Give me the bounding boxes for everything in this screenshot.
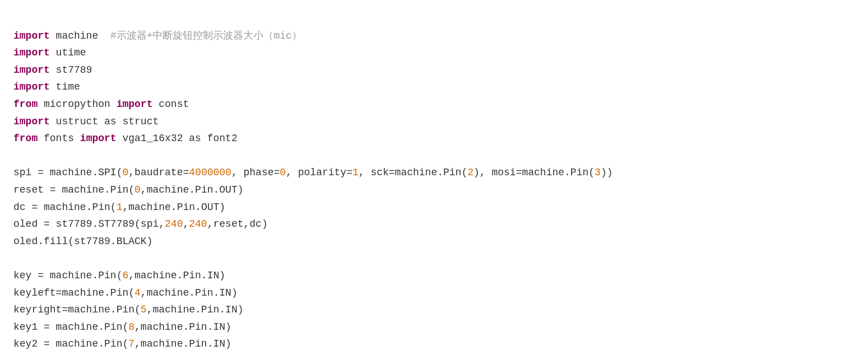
code-line: key1 = machine.Pin(8,machine.Pin.IN) — [13, 319, 855, 336]
token-kw-import-inline: import — [117, 99, 153, 110]
token-normal: const — [152, 99, 189, 110]
token-normal: keyleft=machine.Pin( — [13, 287, 134, 298]
token-normal: ,reset,dc) — [207, 218, 268, 230]
code-line: from fonts import vga1_16x32 as font2 — [13, 130, 855, 147]
token-number: 5 — [141, 304, 147, 315]
token-comment: #示波器+中断旋钮控制示波器大小（mic） — [110, 30, 302, 41]
token-normal: ,machine.Pin.IN) — [128, 270, 225, 281]
token-normal: ,machine.Pin.OUT) — [122, 202, 225, 213]
token-kw-as: as — [189, 133, 201, 144]
token-normal: ustruct — [50, 116, 104, 127]
token-number: 7 — [128, 338, 134, 349]
token-normal: )) — [601, 167, 613, 178]
blank-line — [13, 250, 855, 267]
code-line: import time — [13, 78, 855, 96]
token-normal: machine — [50, 30, 110, 41]
token-normal: , sck=machine.Pin( — [359, 167, 467, 178]
token-normal: oled = st7789.ST7789(spi, — [13, 218, 165, 230]
token-normal: utime — [50, 47, 86, 58]
code-line: import utime — [13, 44, 855, 62]
token-kw-import: import — [13, 81, 50, 92]
token-kw-import: import — [13, 47, 50, 58]
token-normal: , — [183, 218, 189, 230]
code-line: import ustruct as struct — [13, 113, 855, 130]
token-number: 240 — [189, 218, 207, 230]
code-line: key2 = machine.Pin(7,machine.Pin.IN) — [13, 335, 855, 353]
token-normal: oled.fill(st7789.BLACK) — [13, 236, 152, 247]
token-normal: time — [50, 81, 80, 92]
code-line: oled.fill(st7789.BLACK) — [13, 233, 855, 250]
token-normal: micropython — [38, 99, 116, 110]
token-normal: key2 = machine.Pin( — [13, 338, 128, 349]
token-kw-import: import — [13, 30, 50, 41]
token-normal: ,machine.Pin.OUT) — [141, 184, 244, 195]
token-kw-import: import — [13, 116, 50, 127]
token-normal: font2 — [201, 133, 238, 144]
code-line: dc = machine.Pin(1,machine.Pin.OUT) — [13, 199, 855, 216]
token-normal: ,machine.Pin.IN) — [147, 304, 244, 315]
token-number: 8 — [128, 321, 134, 333]
token-normal: key1 = machine.Pin( — [13, 321, 128, 333]
token-kw-from: from — [13, 133, 38, 144]
token-number: 0 — [280, 167, 286, 178]
code-line: import machine #示波器+中断旋钮控制示波器大小（mic） — [13, 27, 855, 45]
blank-line — [13, 147, 855, 165]
token-number: 2 — [467, 167, 474, 178]
token-normal: reset = machine.Pin( — [13, 184, 134, 195]
token-normal: fonts — [38, 133, 80, 144]
token-number: 4 — [134, 287, 141, 298]
token-kw-as: as — [104, 116, 117, 127]
token-normal: ,machine.Pin.IN) — [134, 338, 231, 349]
token-normal: ), mosi=machine.Pin( — [474, 167, 595, 178]
token-number: 240 — [165, 218, 183, 230]
token-normal: key = machine.Pin( — [13, 270, 122, 281]
code-line: import st7789 — [13, 62, 855, 79]
code-line: from micropython import const — [13, 96, 855, 113]
token-normal: , phase= — [231, 167, 280, 178]
token-kw-import-inline: import — [80, 133, 117, 144]
code-line: reset = machine.Pin(0,machine.Pin.OUT) — [13, 181, 855, 199]
token-number: 6 — [122, 270, 128, 281]
token-normal: st7789 — [50, 64, 92, 76]
token-normal: ,machine.Pin.IN) — [141, 287, 238, 298]
token-number: 1 — [117, 202, 123, 213]
token-number: 1 — [352, 167, 359, 178]
code-line: key = machine.Pin(6,machine.Pin.IN) — [13, 267, 855, 284]
token-number: 0 — [122, 167, 128, 178]
code-line: spi = machine.SPI(0,baudrate=4000000, ph… — [13, 164, 855, 181]
token-number: 3 — [595, 167, 601, 178]
code-line: oled = st7789.ST7789(spi,240,240,reset,d… — [13, 216, 855, 233]
token-normal: ,baudrate= — [128, 167, 189, 178]
code-line: keyright=machine.Pin(5,machine.Pin.IN) — [13, 301, 855, 319]
token-normal: dc = machine.Pin( — [13, 202, 117, 213]
token-number: 4000000 — [189, 167, 231, 178]
token-normal: ,machine.Pin.IN) — [134, 321, 231, 333]
token-normal: vga1_16x32 — [117, 133, 189, 144]
code-line: keyleft=machine.Pin(4,machine.Pin.IN) — [13, 284, 855, 302]
code-block: import machine #示波器+中断旋钮控制示波器大小（mic）impo… — [13, 10, 855, 353]
token-number: 0 — [134, 184, 141, 195]
token-normal: keyright=machine.Pin( — [13, 304, 141, 315]
token-kw-from: from — [13, 99, 38, 110]
token-kw-import: import — [13, 64, 50, 76]
token-normal: struct — [117, 116, 159, 127]
token-normal: spi = machine.SPI( — [13, 167, 122, 178]
token-normal: , polarity= — [286, 167, 352, 178]
